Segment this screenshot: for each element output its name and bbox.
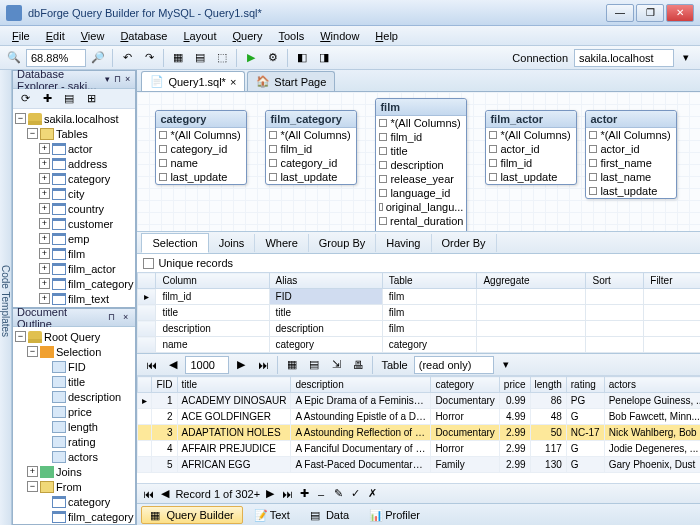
new-icon[interactable]: ✚ (37, 89, 57, 109)
grid-icon[interactable]: ▦ (282, 355, 302, 375)
nav-prev-icon[interactable]: ◀ (158, 487, 172, 500)
entity-category[interactable]: category*(All Columns)category_idnamelas… (155, 110, 247, 185)
next-icon[interactable]: ▶ (231, 355, 251, 375)
selection-grid[interactable]: ColumnAliasTableAggregateSortFilter▸film… (137, 272, 700, 353)
menu-file[interactable]: File (4, 28, 38, 44)
tree-table-film_category[interactable]: +film_category (15, 276, 133, 291)
nav-add-icon[interactable]: ✚ (297, 487, 311, 500)
panel-menu-icon[interactable]: ▾ (104, 74, 112, 86)
menu-tools[interactable]: Tools (271, 28, 313, 44)
entity-film[interactable]: film*(All Columns)film_idtitledescriptio… (375, 98, 467, 232)
panel-pin-icon[interactable]: ⊓ (106, 312, 118, 324)
tree-table-address[interactable]: +address (15, 156, 133, 171)
tree-table-actor[interactable]: +actor (15, 141, 133, 156)
nav-ok-icon[interactable]: ✓ (348, 487, 362, 500)
viewtab-query-builder[interactable]: ▦Query Builder (141, 506, 242, 524)
maximize-button[interactable]: ❐ (636, 4, 664, 22)
qtab-selection[interactable]: Selection (141, 233, 208, 253)
tree-table-category[interactable]: +category (15, 171, 133, 186)
results-grid[interactable]: FIDtitledescriptioncategorypricelengthra… (137, 376, 700, 483)
entity-film_category[interactable]: film_category*(All Columns)film_idcatego… (265, 110, 357, 185)
viewtab-profiler[interactable]: 📊Profiler (360, 506, 429, 524)
qtab-where[interactable]: Where (255, 234, 308, 252)
zoom-in-icon[interactable]: 🔎 (88, 48, 108, 68)
outline-col-length[interactable]: length (15, 419, 133, 434)
nav-first-icon[interactable]: ⏮ (141, 488, 155, 500)
outline-from-film_category[interactable]: film_category (15, 509, 133, 524)
tree-table-customer[interactable]: +customer (15, 216, 133, 231)
outline-col-description[interactable]: description (15, 389, 133, 404)
nav-next-icon[interactable]: ▶ (263, 487, 277, 500)
outline-col-price[interactable]: price (15, 404, 133, 419)
card-icon[interactable]: ▤ (304, 355, 324, 375)
outline-col-title[interactable]: title (15, 374, 133, 389)
tb-icon[interactable]: ⚙ (263, 48, 283, 68)
tree-table-film_actor[interactable]: +film_actor (15, 261, 133, 276)
outline-col-actors[interactable]: actors (15, 449, 133, 464)
dropdown-icon[interactable]: ▾ (496, 355, 516, 375)
zoom-input[interactable]: 68.88% (26, 49, 86, 67)
undo-icon[interactable]: ↶ (117, 48, 137, 68)
last-icon[interactable]: ⏭ (253, 355, 273, 375)
entity-film_actor[interactable]: film_actor*(All Columns)actor_idfilm_idl… (485, 110, 577, 185)
outline-joins[interactable]: +Joins (15, 464, 133, 479)
tree-icon[interactable]: ⊞ (81, 89, 101, 109)
tab-startpage[interactable]: 🏠 Start Page (247, 71, 335, 91)
filter-icon[interactable]: ▤ (59, 89, 79, 109)
tree-connection[interactable]: −sakila.localhost (15, 111, 133, 126)
qtab-joins[interactable]: Joins (209, 234, 256, 252)
tree-table-emp[interactable]: +emp (15, 231, 133, 246)
tab-close-icon[interactable]: × (230, 76, 236, 88)
tree-table-city[interactable]: +city (15, 186, 133, 201)
tree-table-film_text[interactable]: +film_text (15, 291, 133, 306)
zoom-out-icon[interactable]: 🔍 (4, 48, 24, 68)
menu-view[interactable]: View (73, 28, 113, 44)
qtab-group-by[interactable]: Group By (309, 234, 376, 252)
menu-database[interactable]: Database (112, 28, 175, 44)
print-icon[interactable]: 🖶 (348, 355, 368, 375)
outline-col-rating[interactable]: rating (15, 434, 133, 449)
menu-window[interactable]: Window (312, 28, 367, 44)
entity-actor[interactable]: actor*(All Columns)actor_idfirst_namelas… (585, 110, 677, 199)
tb-icon[interactable]: ⬚ (212, 48, 232, 68)
tree-table-film[interactable]: +film (15, 246, 133, 261)
run-icon[interactable]: ▶ (241, 48, 261, 68)
qtab-order-by[interactable]: Order By (432, 234, 497, 252)
menu-layout[interactable]: Layout (175, 28, 224, 44)
db-tree[interactable]: −sakila.localhost−Tables+actor+address+c… (13, 109, 135, 307)
side-tab-templates[interactable]: Code Templates (0, 70, 12, 525)
menu-help[interactable]: Help (367, 28, 406, 44)
outline-root[interactable]: −Root Query (15, 329, 133, 344)
redo-icon[interactable]: ↷ (139, 48, 159, 68)
tb-icon[interactable]: ▤ (190, 48, 210, 68)
connection-select[interactable]: sakila.localhost (574, 49, 674, 67)
viewtab-data[interactable]: ▤Data (301, 506, 358, 524)
outline-col-FID[interactable]: FID (15, 359, 133, 374)
nav-cancel-icon[interactable]: ✗ (365, 487, 379, 500)
qtab-having[interactable]: Having (376, 234, 431, 252)
menu-edit[interactable]: Edit (38, 28, 73, 44)
unique-checkbox[interactable] (143, 258, 154, 269)
viewtab-text[interactable]: 📝Text (245, 506, 299, 524)
tree-table-country[interactable]: +country (15, 201, 133, 216)
panel-close-icon[interactable]: × (124, 74, 132, 86)
tb-icon[interactable]: ◧ (292, 48, 312, 68)
first-icon[interactable]: ⏮ (141, 355, 161, 375)
minimize-button[interactable]: — (606, 4, 634, 22)
panel-pin-icon[interactable]: ⊓ (114, 74, 122, 86)
outline-tree[interactable]: −Root Query−SelectionFIDtitledescription… (13, 327, 135, 524)
page-size-input[interactable]: 1000 (185, 356, 229, 374)
nav-edit-icon[interactable]: ✎ (331, 487, 345, 500)
refresh-icon[interactable]: ⟳ (15, 89, 35, 109)
outline-selection[interactable]: −Selection (15, 344, 133, 359)
mode-select[interactable]: (read only) (414, 356, 494, 374)
outline-from-category[interactable]: category (15, 494, 133, 509)
outline-from[interactable]: −From (15, 479, 133, 494)
prev-icon[interactable]: ◀ (163, 355, 183, 375)
export-icon[interactable]: ⇲ (326, 355, 346, 375)
dropdown-icon[interactable]: ▾ (676, 48, 696, 68)
tree-tables-folder[interactable]: −Tables (15, 126, 133, 141)
panel-close-icon[interactable]: × (120, 312, 132, 324)
query-diagram[interactable]: category*(All Columns)category_idnamelas… (137, 92, 700, 232)
close-button[interactable]: ✕ (666, 4, 694, 22)
